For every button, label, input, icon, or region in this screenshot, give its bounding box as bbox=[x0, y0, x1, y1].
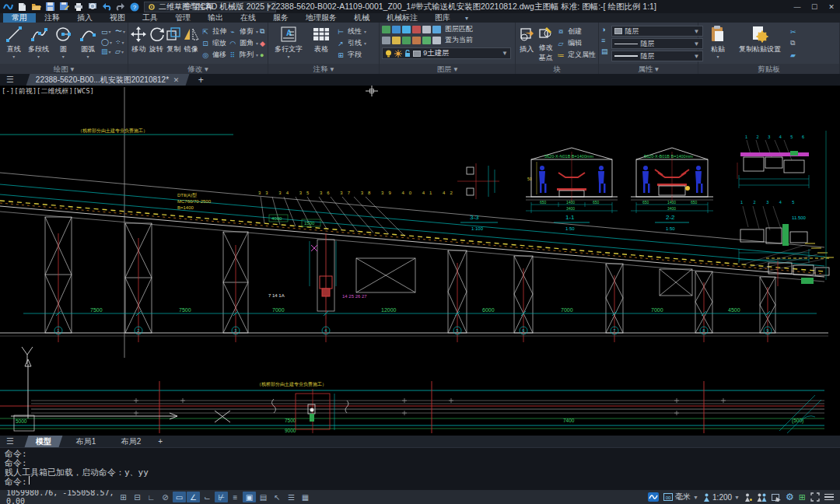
erase-icon[interactable]: ◆ bbox=[260, 38, 265, 48]
panel-annotate-title[interactable]: 注释 ▾ bbox=[268, 64, 379, 74]
move-button[interactable]: 移动 bbox=[131, 24, 147, 63]
panel-layer-title[interactable]: 图层 ▾ bbox=[380, 64, 515, 74]
line-button[interactable]: 直线▾ bbox=[2, 24, 26, 63]
polar-toggle-icon[interactable]: ∠ bbox=[187, 492, 200, 502]
edit-base-button[interactable]: 修改 基点 bbox=[537, 24, 555, 63]
ribbon-tab-output[interactable]: 输出 bbox=[199, 13, 232, 23]
explode-icon[interactable]: ⧉ bbox=[260, 26, 265, 37]
insert-block-button[interactable]: 插入 bbox=[518, 24, 536, 63]
minimize-button[interactable]: — bbox=[789, 0, 806, 13]
otrack-toggle-icon[interactable]: ⊬ bbox=[215, 492, 228, 502]
fillet-button[interactable]: ◠圆角 ▾ bbox=[228, 38, 258, 48]
circle-button[interactable]: 圆▾ bbox=[51, 24, 75, 63]
linetype-icon[interactable]: ≡ bbox=[601, 37, 608, 44]
tab-layout1[interactable]: 布局1 bbox=[65, 436, 107, 447]
maximize-button[interactable]: ☐ bbox=[806, 0, 823, 13]
layer-combo[interactable]: 9土建层 ▼ bbox=[382, 47, 511, 59]
plot-icon[interactable] bbox=[73, 2, 83, 12]
layer-tool-icon[interactable] bbox=[392, 26, 401, 33]
edit-block-button[interactable]: ▱编辑 bbox=[556, 38, 596, 48]
layer-tool-icon[interactable] bbox=[392, 37, 401, 44]
drawing-area[interactable]: [-][前视][二维线框][WCS] （栈桥部分由土建专业负责施工） DTⅡ(A… bbox=[0, 86, 840, 436]
status-menu-icon[interactable] bbox=[824, 494, 834, 501]
rectangle-tool-icon[interactable]: ▭▾ bbox=[101, 26, 112, 37]
tab-layout2[interactable]: 布局2 bbox=[110, 436, 152, 447]
layer-tool-icon[interactable] bbox=[422, 37, 431, 44]
polyline-button[interactable]: 多段线▾ bbox=[27, 24, 51, 63]
command-input[interactable]: 命令: bbox=[5, 476, 30, 488]
linear-dim-button[interactable]: ⊢线性 ▾ bbox=[336, 26, 366, 37]
annotation-visibility-icon[interactable] bbox=[744, 493, 752, 502]
save-as-icon[interactable] bbox=[59, 2, 69, 12]
ribbon-tab-view[interactable]: 视图 bbox=[101, 13, 134, 23]
layer-tool-icon[interactable] bbox=[382, 37, 390, 44]
color-picker-icon[interactable]: ◑ bbox=[601, 26, 608, 33]
panel-block-title[interactable]: 块 bbox=[516, 64, 598, 74]
doc-menu-icon[interactable]: ☰ bbox=[0, 74, 20, 86]
stretch-button[interactable]: ⇱拉伸 bbox=[201, 26, 226, 37]
layer-tool-icon[interactable] bbox=[432, 26, 441, 33]
ortho-toggle-icon[interactable]: ∟ bbox=[145, 492, 158, 502]
save-icon[interactable] bbox=[45, 2, 55, 12]
ribbon-tab-geo[interactable]: 地理服务 bbox=[297, 13, 345, 23]
spline-tool-icon[interactable]: 〜▾ bbox=[115, 26, 125, 37]
layer-match-button[interactable]: 图层匹配 bbox=[445, 24, 473, 34]
ribbon-tab-library[interactable]: 图库 bbox=[426, 13, 459, 23]
trim-button[interactable]: ⌁修剪 ▾ bbox=[228, 26, 258, 37]
copy-clip-icon[interactable]: ⧉ bbox=[790, 38, 796, 48]
app-logo-icon[interactable] bbox=[3, 2, 13, 12]
lineweight-toggle-icon[interactable]: ≡ bbox=[229, 492, 242, 502]
settings-gear-icon[interactable]: ⚙ bbox=[786, 492, 794, 502]
region-tool-icon[interactable]: ▱▾ bbox=[115, 47, 125, 55]
ribbon-tab-mech-dim[interactable]: 机械标注 bbox=[378, 13, 426, 23]
panel-clipboard-title[interactable]: 剪贴板 bbox=[698, 64, 839, 74]
undo-icon[interactable] bbox=[101, 2, 111, 12]
layer-tool-icon[interactable] bbox=[402, 26, 411, 33]
document-tab[interactable]: 22388-5620-B00...机安装图20210812* ✕ bbox=[26, 74, 190, 86]
isodraft-toggle-icon[interactable]: ⊘ bbox=[159, 492, 172, 502]
panel-properties-title[interactable]: 属性 ▾ bbox=[599, 64, 698, 74]
layer-tool-icon[interactable] bbox=[432, 37, 441, 44]
command-line-panel[interactable]: 命令: 命令: 贱人工具箱已加载，启动命令：y、yy 命令: bbox=[0, 447, 840, 490]
ribbon-tab-online[interactable]: 在线 bbox=[232, 13, 264, 23]
doc-close-icon[interactable]: ✕ bbox=[173, 76, 180, 84]
snap-toggle-icon[interactable]: ⊟ bbox=[131, 492, 144, 502]
layer-tool-icon[interactable] bbox=[402, 37, 411, 44]
copy-button[interactable]: + 复制 bbox=[166, 24, 182, 63]
ribbon-tab-insert[interactable]: 插入 bbox=[68, 13, 101, 23]
panel-modify-title[interactable]: 修改 ▾ bbox=[128, 64, 268, 74]
selection-cycling-toggle-icon[interactable]: ↖ bbox=[271, 492, 284, 502]
tab-model[interactable]: 模型 bbox=[25, 436, 63, 447]
set-current-layer-button[interactable]: 置为当前 bbox=[445, 35, 473, 45]
color-combo[interactable]: 随层▼ bbox=[611, 26, 703, 37]
ribbon-tab-services[interactable]: 服务 bbox=[264, 13, 297, 23]
new-doc-tab-button[interactable]: + bbox=[198, 74, 204, 86]
linetype-combo[interactable]: 随层▼ bbox=[611, 38, 703, 49]
rotate-button[interactable]: 旋转 bbox=[149, 24, 165, 63]
new-file-icon[interactable] bbox=[17, 2, 27, 12]
create-block-button[interactable]: ⧇创建 bbox=[556, 26, 596, 37]
ellipse-tool-icon[interactable]: ◯▾ bbox=[101, 38, 112, 46]
ribbon-tab-mech[interactable]: 机械 bbox=[345, 13, 378, 23]
open-file-icon[interactable] bbox=[31, 2, 41, 12]
match-props-icon[interactable]: ▰ bbox=[790, 50, 796, 60]
scale-button[interactable]: ⊡缩放 bbox=[201, 38, 226, 48]
join-icon[interactable]: ● bbox=[260, 50, 265, 60]
layout-menu-icon[interactable]: ☰ bbox=[0, 436, 20, 447]
cut-icon[interactable]: ✂ bbox=[790, 26, 796, 37]
help-icon[interactable]: ? bbox=[129, 2, 139, 12]
ribbon-tab-annotate[interactable]: 注释 bbox=[36, 13, 68, 23]
array-button[interactable]: ⠿阵列 ▾ bbox=[228, 50, 258, 60]
dynamic-input-toggle-icon[interactable]: ⌙ bbox=[201, 492, 214, 502]
osnap-toggle-icon[interactable]: ▭ bbox=[173, 492, 186, 502]
paste-button[interactable]: 粘贴▾ bbox=[706, 24, 730, 63]
lineweight-icon[interactable]: ▤ bbox=[601, 47, 608, 55]
fullscreen-icon[interactable] bbox=[810, 492, 820, 502]
layer-tool-icon[interactable] bbox=[382, 26, 390, 33]
paste-settings-button[interactable]: 复制粘贴设置 bbox=[736, 24, 784, 63]
mirror-button[interactable]: 镜像 bbox=[184, 24, 200, 63]
offset-button[interactable]: ◎偏移 bbox=[201, 50, 226, 60]
grid-toggle-icon[interactable]: ⊞ bbox=[117, 492, 130, 502]
add-status-icon[interactable]: ⊞ bbox=[799, 492, 806, 502]
auto-scale-icon[interactable] bbox=[757, 493, 767, 502]
